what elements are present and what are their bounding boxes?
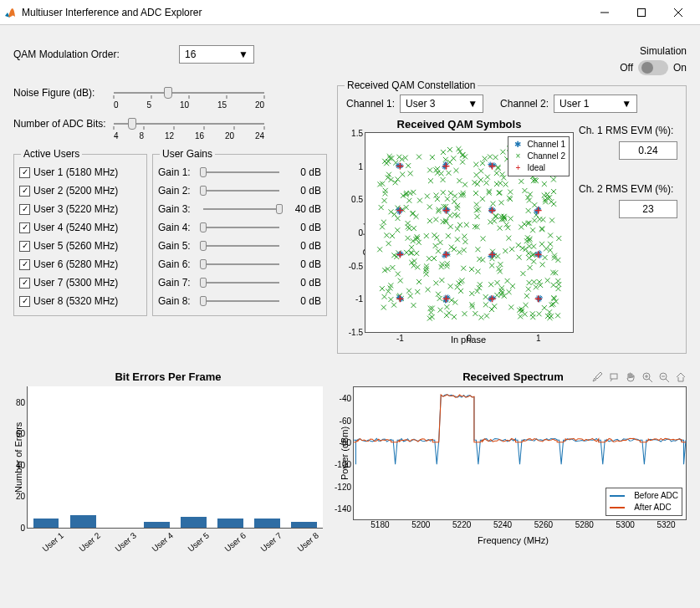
gain-slider[interactable] [203,263,279,265]
user-checkbox-row: ✓User 3 (5220 MHz) [19,200,141,218]
svg-rect-1 [638,8,646,16]
gain-value: 0 dB [284,295,321,307]
bar [291,522,317,529]
bar-xtick: User 8 [291,527,324,557]
user-label: User 5 (5260 MHz) [33,240,118,252]
bar [254,519,280,528]
channel2-label: Channel 2: [500,98,549,110]
checkbox[interactable]: ✓ [19,222,30,233]
gain-row: Gain 4:0 dB [158,218,321,237]
gain-value: 0 dB [284,185,321,197]
bar [33,519,59,528]
gain-slider[interactable] [203,171,279,173]
gain-slider[interactable] [203,208,279,210]
channel1-value: User 3 [406,98,435,110]
noise-figure-slider[interactable]: 05101520 [114,85,264,110]
bar-xtick: User 1 [36,527,69,557]
bit-errors-ylabel: Number of Errors [13,386,23,529]
channel1-dropdown[interactable]: User 3 ▼ [400,95,483,113]
adc-bits-slider[interactable]: 4812162024 [114,116,264,141]
gain-row: Gain 2:0 dB [158,181,321,200]
qam-order-value: 16 [185,49,196,60]
bar [144,522,170,529]
matlab-logo-icon [3,6,17,19]
simulation-control: Simulation Off On [620,45,687,75]
checkbox[interactable]: ✓ [19,241,30,252]
bar [217,519,243,528]
bar [181,517,207,528]
chevron-down-icon: ▼ [621,98,631,110]
gain-slider[interactable] [203,300,279,302]
zoom-in-icon[interactable] [641,371,653,383]
user-label: User 7 (5300 MHz) [33,277,118,289]
spectrum-xlabel: Frequency (MHz) [340,535,687,545]
channel2-dropdown[interactable]: User 1 ▼ [554,95,637,113]
svg-rect-292 [611,374,617,379]
checkbox[interactable]: ✓ [19,278,30,289]
user-label: User 3 (5220 MHz) [33,203,118,215]
gain-label: Gain 6: [158,258,198,270]
user-checkbox-row: ✓User 5 (5260 MHz) [19,237,141,255]
sim-off-label: Off [620,62,633,74]
maximize-button[interactable] [623,1,660,24]
user-checkbox-row: ✓User 6 (5280 MHz) [19,255,141,273]
spectrum-chart: Received Spectrum Power (dBm) Before ADC [340,370,687,548]
checkbox[interactable]: ✓ [19,296,30,307]
bit-errors-chart: Bit Errors Per Frame Number of Errors 02… [13,370,323,548]
checkbox[interactable]: ✓ [19,259,30,270]
gain-slider[interactable] [203,227,279,228]
evm1-value: 0.24 [619,141,677,160]
gain-value: 0 dB [284,277,321,289]
user-checkbox-row: ✓User 7 (5300 MHz) [19,273,141,292]
constellation-panel-title: Received QAM Constellation [345,79,478,91]
home-icon[interactable] [675,371,687,383]
datatip-icon[interactable] [608,371,620,383]
spectrum-toolbar [591,371,687,383]
evm2-value: 23 [619,200,677,218]
constellation-panel: Received QAM Constellation Channel 1: Us… [337,85,687,354]
user-gains-title: User Gains [160,148,215,160]
bar-xtick: User 3 [109,527,142,557]
chevron-down-icon: ▼ [238,49,248,60]
simulation-label: Simulation [620,45,687,57]
spectrum-legend: Before ADC After ADC [605,488,682,516]
gain-row: Gain 3:40 dB [158,200,321,218]
checkbox[interactable]: ✓ [19,186,30,197]
user-label: User 1 (5180 MHz) [33,166,118,178]
gain-label: Gain 8: [158,295,198,307]
simulation-toggle[interactable] [638,60,668,75]
close-button[interactable] [660,1,697,24]
adc-bits-label: Number of ADC Bits: [13,116,114,130]
svg-line-294 [649,379,652,382]
brush-icon[interactable] [591,371,603,383]
user-label: User 8 (5320 MHz) [33,295,118,307]
checkbox[interactable]: ✓ [19,167,30,178]
gain-slider[interactable] [203,282,279,284]
user-checkbox-row: ✓User 1 (5180 MHz) [19,163,141,181]
adc-bits-row: Number of ADC Bits: 4812162024 [13,116,327,141]
bar-xtick: User 7 [254,527,288,557]
spectrum-title: Received Spectrum [462,370,564,383]
minimize-button[interactable] [586,1,623,24]
qam-order-row: QAM Modulation Order: 16 ▼ [13,45,254,64]
noise-figure-row: Noise Figure (dB): 05101520 [13,85,327,110]
evm1-label: Ch. 1 RMS EVM (%): [579,125,677,136]
gain-label: Gain 4: [158,222,198,233]
gain-slider[interactable] [203,190,279,192]
qam-order-dropdown[interactable]: 16 ▼ [179,45,254,64]
user-label: User 4 (5240 MHz) [33,222,118,233]
checkbox[interactable]: ✓ [19,204,30,215]
zoom-out-icon[interactable] [658,371,670,383]
bar-xtick: User 2 [73,527,106,557]
user-checkbox-row: ✓User 4 (5240 MHz) [19,218,141,237]
chevron-down-icon: ▼ [468,98,478,110]
gain-slider[interactable] [203,245,279,247]
gain-value: 40 dB [284,203,321,215]
gain-value: 0 dB [284,222,321,233]
user-label: User 2 (5200 MHz) [33,185,118,197]
noise-figure-label: Noise Figure (dB): [13,85,114,99]
bit-errors-title: Bit Errors Per Frame [13,370,323,383]
gain-label: Gain 2: [158,185,198,197]
pan-icon[interactable] [625,371,636,383]
sim-on-label: On [673,62,687,74]
